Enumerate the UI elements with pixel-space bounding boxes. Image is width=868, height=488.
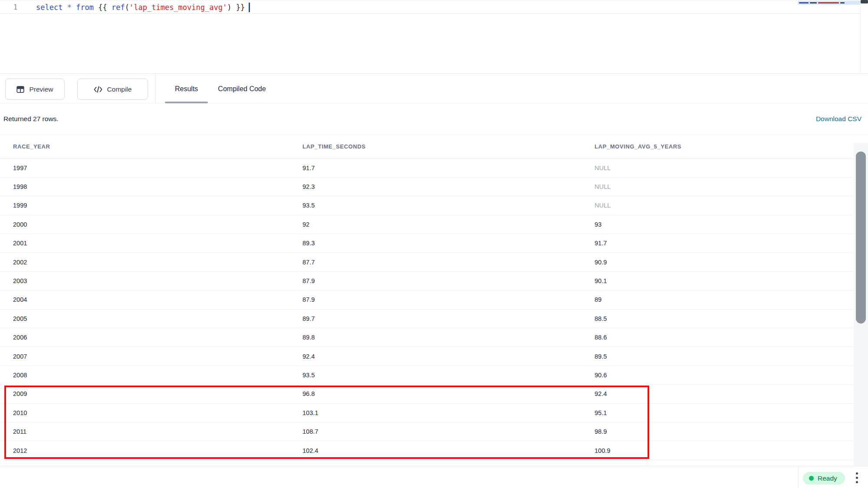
editor-minimap	[798, 1, 860, 5]
preview-button-label: Preview	[29, 86, 53, 93]
tab-results[interactable]: Results	[165, 74, 208, 104]
sql-keyword: select	[36, 3, 67, 12]
results-tabs: Results Compiled Code	[165, 74, 276, 104]
table-cell: 2000	[0, 215, 289, 234]
table-cell: 89	[582, 290, 853, 309]
table-cell: 89.5	[582, 347, 853, 366]
results-meta-bar: Returned 27 rows. Download CSV	[0, 103, 868, 135]
jinja-close-braces: }}	[236, 3, 245, 12]
table-cell: 1997	[0, 158, 289, 177]
table-cell: 91.7	[582, 234, 853, 253]
minimap-code-mark	[818, 2, 839, 3]
column-header: LAP_TIME_SECONDS	[289, 135, 582, 158]
table-cell: 96.8	[289, 385, 582, 403]
column-header: LAP_MOVING_AVG_5_YEARS	[582, 135, 853, 158]
editor-scrollbar-thumb[interactable]	[861, 0, 868, 3]
table-cell: 2004	[0, 290, 289, 309]
editor-active-line[interactable]: 1 select * from {{ ref('lap_times_moving…	[0, 0, 860, 14]
table-cell: 2002	[0, 253, 289, 271]
table-row: 200387.990.1	[0, 271, 853, 290]
returned-rows-text: Returned 27 rows.	[3, 115, 59, 123]
dbt-ide-page: 1 select * from {{ ref('lap_times_moving…	[0, 0, 868, 488]
table-cell: NULL	[582, 158, 853, 177]
table-row: 200487.989	[0, 290, 853, 309]
code-line[interactable]: select * from {{ ref('lap_times_moving_a…	[17, 3, 250, 12]
table-row: 200893.590.6	[0, 366, 853, 384]
kebab-menu-icon[interactable]	[853, 472, 860, 483]
table-cell: 103.1	[289, 403, 582, 422]
table-cell: NULL	[582, 177, 853, 196]
table-cell: 108.7	[289, 422, 582, 441]
table-row: 20009293	[0, 215, 853, 234]
open-paren: (	[125, 3, 129, 12]
download-csv-link[interactable]: Download CSV	[816, 115, 861, 123]
table-cell: 93.5	[289, 366, 582, 384]
ide-status-label: Ready	[818, 475, 837, 482]
table-row: 199791.7NULL	[0, 158, 853, 177]
table-grid-icon	[16, 86, 24, 93]
table-row: 200589.788.5	[0, 309, 853, 328]
minimap-code-mark	[799, 2, 809, 3]
table-cell: 2006	[0, 328, 289, 347]
minimap-code-mark	[810, 2, 817, 3]
table-cell: 89.3	[289, 234, 582, 253]
table-row: 2010103.195.1	[0, 403, 853, 422]
jinja-ref-function: ref	[112, 3, 125, 12]
table-cell: 95.1	[582, 403, 853, 422]
column-header: RACE_YEAR	[0, 135, 289, 158]
table-cell: 98.9	[582, 422, 853, 441]
results-table: RACE_YEARLAP_TIME_SECONDSLAP_MOVING_AVG_…	[0, 135, 853, 460]
tab-compiled-code[interactable]: Compiled Code	[208, 74, 276, 104]
close-paren: )	[227, 3, 236, 12]
table-row: 200689.888.6	[0, 328, 853, 347]
table-row: 200287.790.9	[0, 253, 853, 271]
table-cell: 2010	[0, 403, 289, 422]
tab-results-label: Results	[175, 85, 198, 93]
table-cell: 90.1	[582, 271, 853, 290]
sql-keyword: from	[76, 3, 98, 12]
ready-dot-icon	[809, 476, 814, 481]
table-cell: 2001	[0, 234, 289, 253]
ide-status-badge[interactable]: Ready	[803, 472, 845, 485]
compile-button-label: Compile	[107, 86, 132, 93]
table-cell: 93.5	[289, 196, 582, 215]
table-cell: 2008	[0, 366, 289, 384]
scrollbar-thumb[interactable]	[856, 152, 866, 323]
table-cell: 1998	[0, 177, 289, 196]
table-cell: 1999	[0, 196, 289, 215]
preview-button[interactable]: Preview	[5, 79, 65, 100]
table-cell: 91.7	[289, 158, 582, 177]
status-bar-divider	[798, 466, 799, 488]
table-row: 200189.391.7	[0, 234, 853, 253]
table-cell: 2005	[0, 309, 289, 328]
table-cell: 89.7	[289, 309, 582, 328]
sql-star-operator: *	[67, 3, 76, 12]
status-bar: Ready	[0, 466, 868, 488]
model-name-string: 'lap_times_moving_avg'	[129, 3, 227, 12]
table-row: 2012102.4100.9	[0, 441, 853, 460]
table-cell: 2003	[0, 271, 289, 290]
table-cell: 100.9	[582, 441, 853, 460]
table-cell: 2012	[0, 441, 289, 460]
table-cell: 2011	[0, 422, 289, 441]
table-row: 2011108.798.9	[0, 422, 853, 441]
table-cell: 87.7	[289, 253, 582, 271]
table-row: 200996.892.4	[0, 385, 853, 403]
code-editor[interactable]: 1 select * from {{ ref('lap_times_moving…	[0, 0, 868, 73]
table-row: 199892.3NULL	[0, 177, 853, 196]
results-table-header-row: RACE_YEARLAP_TIME_SECONDSLAP_MOVING_AVG_…	[0, 135, 853, 158]
table-cell: 92	[289, 215, 582, 234]
table-cell: 102.4	[289, 441, 582, 460]
table-cell: 92.4	[582, 385, 853, 403]
toolbar-divider	[155, 74, 156, 104]
jinja-open-braces: {{	[98, 3, 112, 12]
table-cell: 2009	[0, 385, 289, 403]
table-cell: 89.8	[289, 328, 582, 347]
table-cell: 90.9	[582, 253, 853, 271]
table-cell: 93	[582, 215, 853, 234]
table-cell: 2007	[0, 347, 289, 366]
table-cell: 92.4	[289, 347, 582, 366]
compile-button[interactable]: Compile	[77, 79, 148, 100]
table-cell: 90.6	[582, 366, 853, 384]
text-cursor	[249, 3, 250, 12]
